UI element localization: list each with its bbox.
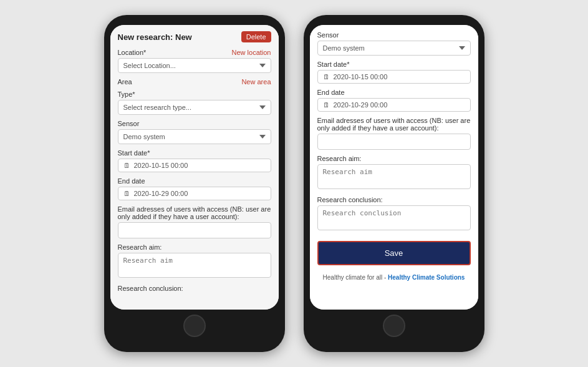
start-date-label: Start date* <box>118 149 271 157</box>
page-title: New research: New <box>118 32 192 42</box>
end-date-label: End date <box>118 177 271 185</box>
r-research-conclusion-textarea[interactable] <box>317 205 471 230</box>
type-label: Type* <box>118 91 271 98</box>
sensor-group: Sensor Demo system <box>118 120 271 144</box>
type-group: Type* Select research type... <box>118 91 271 115</box>
right-phone-screen: Sensor Demo system Start date* 🗓 2020-10… <box>310 25 478 310</box>
r-end-date-value: 2020-10-29 00:00 <box>334 101 388 109</box>
footer-link[interactable]: Healthy Climate Solutions <box>388 274 465 281</box>
end-date-group: End date 🗓 2020-10-29 00:00 <box>118 177 271 200</box>
sensor-label: Sensor <box>118 120 271 127</box>
r-sensor-select[interactable]: Demo system <box>317 41 471 56</box>
location-select[interactable]: Select Location... <box>118 58 271 73</box>
r-start-date-value: 2020-10-15 00:00 <box>334 73 388 81</box>
left-phone-screen: New research: New Delete Location* New l… <box>110 25 279 310</box>
r-end-date-group: End date 🗓 2020-10-29 00:00 <box>317 89 471 112</box>
calendar-icon: 🗓 <box>123 162 130 169</box>
left-phone: New research: New Delete Location* New l… <box>104 15 285 352</box>
r-research-aim-textarea[interactable] <box>317 164 471 189</box>
footer: Healthy climate for all - Healthy Climat… <box>317 269 471 286</box>
location-label: Location* <box>118 49 147 56</box>
right-screen-content: Sensor Demo system Start date* 🗓 2020-10… <box>310 25 478 310</box>
location-label-row: Location* New location <box>118 49 271 56</box>
r-start-date-input[interactable]: 🗓 2020-10-15 00:00 <box>317 70 471 84</box>
r-research-aim-label: Research aim: <box>317 155 471 162</box>
end-date-value: 2020-10-29 00:00 <box>134 190 188 197</box>
r-sensor-label: Sensor <box>317 31 471 39</box>
type-select[interactable]: Select research type... <box>118 100 271 115</box>
area-label: Area <box>118 78 132 86</box>
location-group: Location* New location Select Location..… <box>118 49 271 73</box>
research-aim-label: Research aim: <box>118 243 271 251</box>
r-start-date-label: Start date* <box>317 61 471 68</box>
home-button-left[interactable] <box>183 315 206 337</box>
research-aim-textarea[interactable] <box>118 253 271 278</box>
r-research-conclusion-group: Research conclusion: <box>317 196 471 232</box>
area-label-row: Area New area <box>118 78 271 86</box>
r-calendar-icon-2: 🗓 <box>323 101 330 109</box>
research-aim-group: Research aim: <box>118 243 271 280</box>
screen-header: New research: New Delete <box>118 31 271 42</box>
r-email-label: Email adresses of users with access (NB:… <box>317 117 471 132</box>
end-date-input[interactable]: 🗓 2020-10-29 00:00 <box>118 187 271 200</box>
home-button-right[interactable] <box>383 315 405 337</box>
sensor-select[interactable]: Demo system <box>118 129 271 144</box>
email-label: Email adresses of users with access (NB:… <box>118 205 271 220</box>
r-email-group: Email adresses of users with access (NB:… <box>317 117 471 150</box>
email-input[interactable] <box>118 222 271 238</box>
r-sensor-group: Sensor Demo system <box>317 31 471 56</box>
r-calendar-icon: 🗓 <box>323 73 330 81</box>
left-screen-content: New research: New Delete Location* New l… <box>110 25 279 310</box>
right-phone: Sensor Demo system Start date* 🗓 2020-10… <box>304 15 484 352</box>
save-button[interactable]: Save <box>317 241 471 265</box>
start-date-group: Start date* 🗓 2020-10-15 00:00 <box>118 149 271 172</box>
email-group: Email adresses of users with access (NB:… <box>118 205 271 238</box>
delete-button[interactable]: Delete <box>241 31 271 42</box>
start-date-value: 2020-10-15 00:00 <box>134 162 188 169</box>
r-start-date-group: Start date* 🗓 2020-10-15 00:00 <box>317 61 471 84</box>
area-group: Area New area <box>118 78 271 86</box>
r-end-date-input[interactable]: 🗓 2020-10-29 00:00 <box>317 98 471 112</box>
r-email-input[interactable] <box>317 134 471 150</box>
new-location-link[interactable]: New location <box>232 49 271 56</box>
r-research-conclusion-label: Research conclusion: <box>317 196 471 203</box>
research-conclusion-group: Research conclusion: <box>118 285 271 292</box>
new-area-link[interactable]: New area <box>241 78 271 86</box>
r-research-aim-group: Research aim: <box>317 155 471 191</box>
start-date-input[interactable]: 🗓 2020-10-15 00:00 <box>118 159 271 172</box>
calendar-icon-2: 🗓 <box>123 190 130 197</box>
research-conclusion-label: Research conclusion: <box>118 285 271 292</box>
footer-text: Healthy climate for all - <box>323 274 388 281</box>
r-end-date-label: End date <box>317 89 471 96</box>
